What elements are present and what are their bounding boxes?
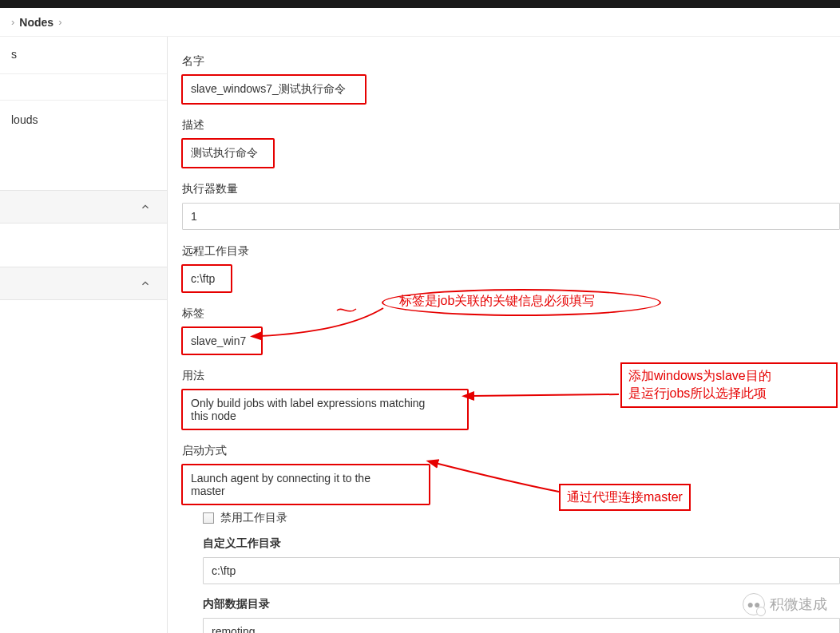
launch-label: 启动方式 (182, 444, 840, 458)
custom-workdir-field[interactable]: c:\ftp (203, 557, 840, 584)
chevron-up-icon (140, 278, 151, 289)
remote-dir-field[interactable]: c:\ftp (182, 265, 232, 292)
chevron-right-icon: › (11, 16, 14, 28)
disable-workdir-row: 禁用工作目录 (203, 511, 840, 525)
chevron-right-icon: › (58, 16, 61, 28)
divider (0, 100, 167, 101)
sidebar-item[interactable]: louds (0, 105, 167, 134)
sidebar-item[interactable] (0, 79, 167, 95)
sidebar-collapse-2[interactable] (0, 267, 167, 300)
internal-dir-field[interactable]: remoting (203, 618, 840, 633)
breadcrumb-nodes[interactable]: Nodes (19, 16, 53, 29)
launch-subsection: 禁用工作目录 自定义工作目录 c:\ftp 内部数据目录 remoting (203, 511, 840, 633)
name-field[interactable]: slave_windows7_测试执行命令 (182, 75, 366, 104)
window-topbar (0, 0, 840, 8)
breadcrumb: › Nodes › (0, 8, 840, 37)
internal-dir-label: 内部数据目录 (203, 597, 840, 611)
disable-workdir-checkbox[interactable] (203, 512, 214, 524)
executors-field[interactable]: 1 (182, 203, 840, 230)
launch-select[interactable]: Launch agent by connecting it to the mas… (182, 465, 430, 504)
custom-workdir-label: 自定义工作目录 (203, 536, 840, 551)
arrow-launch (423, 458, 567, 498)
page-container: s louds 名字 slave_windows7_测试执行命令 描述 测试执行… (0, 37, 840, 633)
executors-label: 执行器数量 (182, 182, 840, 196)
usage-label: 用法 (182, 369, 840, 383)
divider (0, 73, 167, 74)
arrow-usage (463, 386, 623, 402)
desc-label: 描述 (182, 118, 840, 133)
sidebar-collapse-1[interactable] (0, 190, 167, 224)
sidebar: s louds (0, 37, 168, 633)
name-label: 名字 (182, 54, 840, 69)
launch-annotation-box: 通过代理连接master (559, 484, 691, 511)
main-content: 名字 slave_windows7_测试执行命令 描述 测试执行命令 执行器数量… (168, 37, 840, 633)
tags-field[interactable]: slave_win7 (182, 327, 262, 354)
tags-label: 标签 (182, 307, 840, 321)
usage-select[interactable]: Only build jobs with label expressions m… (182, 390, 468, 429)
disable-workdir-label: 禁用工作目录 (220, 511, 287, 525)
desc-field[interactable]: 测试执行命令 (182, 139, 274, 168)
sidebar-item[interactable]: s (0, 40, 167, 69)
chevron-up-icon (140, 201, 151, 212)
remote-dir-label: 远程工作目录 (182, 244, 840, 259)
